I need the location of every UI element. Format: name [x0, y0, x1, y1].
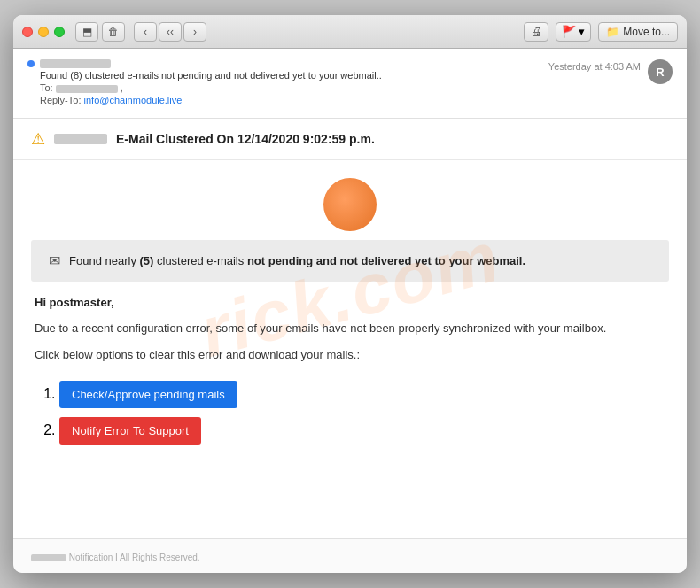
brand-logo: [323, 178, 377, 231]
archive-button[interactable]: ⬒: [75, 22, 98, 42]
reply-to-address: info@chainmodule.live: [84, 95, 183, 105]
warning-banner: ⚠ E-Mail Clustered On 12/14/2020 9:02:59…: [13, 119, 687, 160]
found-box: ✉ Found nearly (5) clustered e-mails not…: [31, 240, 669, 282]
paragraph-1: Due to a recent configuration error, som…: [35, 320, 665, 337]
titlebar: ⬒ 🗑 ‹ ‹‹ › 🖨 🚩 ▾ 📁 Move to...: [13, 15, 687, 49]
notify-error-button[interactable]: Notify Error To Support: [59, 417, 201, 445]
traffic-lights: [22, 27, 65, 37]
print-button[interactable]: 🖨: [524, 22, 548, 42]
move-to-button[interactable]: 📁 Move to...: [598, 22, 678, 42]
toolbar-archive-trash: ⬒ 🗑: [75, 22, 125, 42]
flag-button[interactable]: 🚩 ▾: [556, 22, 591, 42]
action-item-2: Notify Error To Support: [59, 417, 665, 445]
warning-sender-redacted: [54, 134, 107, 144]
warning-icon: ⚠: [31, 129, 45, 149]
reply-to-row: Reply-To: info@chainmodule.live: [40, 95, 382, 105]
trash-button[interactable]: 🗑: [102, 22, 125, 42]
maximize-button[interactable]: [54, 27, 65, 37]
to-comma: ,: [121, 82, 123, 93]
forward-button[interactable]: ›: [183, 22, 206, 42]
to-row: To: ,: [40, 82, 382, 93]
footer-text: Notification I All Rights Reserved.: [31, 553, 200, 562]
flag-icon: 🚩: [562, 25, 576, 38]
footer-brand-redacted: [31, 554, 66, 561]
email-timestamp: Yesterday at 4:03 AM: [548, 61, 641, 72]
greeting: Hi postmaster,: [35, 296, 665, 309]
sender-info: Found (8) clustered e-mails not pending …: [27, 59, 382, 105]
action-item-1: Check/Approve pending mails: [59, 381, 665, 408]
back-button[interactable]: ‹: [134, 22, 157, 42]
email-body: rick.com ⚠ E-Mail Clustered On 12/14/202…: [13, 119, 687, 538]
email-window: ⬒ 🗑 ‹ ‹‹ › 🖨 🚩 ▾ 📁 Move to...: [13, 15, 687, 573]
check-approve-button[interactable]: Check/Approve pending mails: [59, 381, 237, 408]
envelope-icon: ✉: [49, 252, 60, 269]
action-list: Check/Approve pending mails Notify Error…: [35, 381, 665, 445]
sender-name-row: [27, 59, 382, 68]
close-button[interactable]: [22, 27, 33, 37]
to-address-redacted: [56, 85, 118, 93]
toolbar-nav: ‹ ‹‹ ›: [134, 22, 206, 42]
sender-name-redacted: [40, 59, 111, 68]
move-to-label: Move to...: [623, 26, 670, 38]
body-content: Hi postmaster, Due to a recent configura…: [13, 296, 687, 471]
to-label: To:: [40, 82, 53, 93]
logo-area: [13, 160, 687, 240]
unread-dot: [27, 60, 35, 67]
sender-row: Found (8) clustered e-mails not pending …: [27, 59, 673, 105]
email-header: Found (8) clustered e-mails not pending …: [13, 49, 687, 119]
toolbar-right: 🖨 🚩 ▾ 📁 Move to...: [524, 22, 678, 42]
warning-subject: E-Mail Clustered On 12/14/2020 9:02:59 p…: [116, 132, 375, 146]
avatar: R: [648, 59, 673, 84]
paragraph-2: Click below options to clear this error …: [35, 346, 665, 364]
reply-to-label: Reply-To:: [40, 95, 81, 105]
email-footer: Notification I All Rights Reserved.: [13, 538, 687, 573]
email-content-wrapper: rick.com ⚠ E-Mail Clustered On 12/14/202…: [13, 119, 687, 471]
minimize-button[interactable]: [38, 27, 49, 37]
email-preview: Found (8) clustered e-mails not pending …: [40, 70, 382, 81]
found-box-text: Found nearly (5) clustered e-mails not p…: [69, 254, 525, 267]
double-back-button[interactable]: ‹‹: [159, 22, 182, 42]
flag-chevron: ▾: [579, 25, 585, 38]
email-meta-right: Yesterday at 4:03 AM R: [548, 59, 673, 84]
footer-notification-text: Notification I All Rights Reserved.: [69, 553, 200, 562]
folder-icon: 📁: [606, 26, 619, 38]
